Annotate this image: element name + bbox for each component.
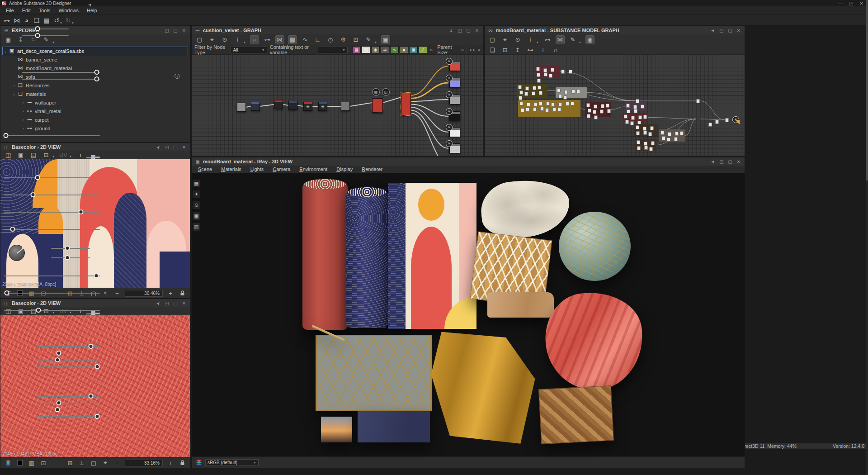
- model-node[interactable]: [519, 96, 522, 100]
- model-node[interactable]: [643, 127, 646, 131]
- channel-slider[interactable]: [37, 416, 100, 417]
- screenshot-icon[interactable]: ⊙: [514, 36, 522, 44]
- model-node[interactable]: [668, 132, 671, 136]
- pin-node-icon[interactable]: ↥: [514, 46, 522, 54]
- clean-icon-chevron[interactable]: ▼: [52, 41, 55, 45]
- model-node[interactable]: [649, 147, 653, 151]
- save-all-icon[interactable]: ▤: [42, 16, 51, 24]
- chip-levels[interactable]: ◆: [400, 46, 408, 53]
- menu-windows[interactable]: Windows: [54, 7, 83, 14]
- colorspace-select[interactable]: sRGB (default)▼: [205, 459, 259, 466]
- connect-icon[interactable]: ⊶: [526, 46, 534, 54]
- link-size-icon[interactable]: ⊶: [470, 47, 475, 53]
- model-node[interactable]: [571, 90, 575, 94]
- model-node[interactable]: [644, 142, 647, 146]
- tree-chevron[interactable]: ›: [20, 109, 26, 114]
- display-icon[interactable]: ▣: [193, 212, 200, 220]
- maximize-icon[interactable]: ▢: [172, 301, 179, 306]
- slider-thumb[interactable]: [10, 227, 15, 232]
- model-node[interactable]: [633, 105, 637, 109]
- slider-track[interactable]: [4, 212, 100, 213]
- slider-thumb[interactable]: [4, 133, 9, 138]
- uv-toggle[interactable]: UV: [59, 307, 67, 315]
- containing-input[interactable]: ▼: [318, 47, 348, 53]
- export-icon[interactable]: ⊡: [42, 151, 50, 159]
- magnet-icon[interactable]: ∩: [552, 46, 560, 54]
- maximize-icon[interactable]: ▢: [727, 28, 733, 33]
- new-from-template-icon[interactable]: ◕: [23, 16, 31, 24]
- model-node[interactable]: [540, 107, 544, 111]
- model-node[interactable]: [662, 136, 665, 140]
- slider-track[interactable]: [4, 229, 100, 230]
- chip-slope[interactable]: ╱: [419, 46, 427, 53]
- slider-track[interactable]: [22, 28, 69, 29]
- tree-item-vitrail-metal[interactable]: ›⊶vitrail_metal: [20, 107, 190, 115]
- tree-item-resources[interactable]: ›❏Resources: [11, 81, 190, 90]
- tree-item-carpet[interactable]: ›⊶carpet: [20, 115, 190, 124]
- light-icon[interactable]: ✦: [193, 190, 200, 198]
- channel-slider[interactable]: [37, 409, 100, 410]
- frame-all-icon[interactable]: ▢: [488, 36, 496, 44]
- clean-icon-chevron[interactable]: ▼: [374, 41, 377, 45]
- graph-view-icon[interactable]: ⋈: [276, 36, 284, 44]
- slider-thumb[interactable]: [5, 290, 9, 295]
- model-node[interactable]: [534, 102, 538, 106]
- model-node-group-1[interactable]: [517, 84, 547, 98]
- model-node[interactable]: [558, 102, 562, 106]
- model-node[interactable]: [626, 104, 630, 108]
- maximize-icon[interactable]: ▢: [465, 28, 472, 33]
- model-node[interactable]: [594, 104, 597, 109]
- model-node-group-5[interactable]: [625, 102, 647, 111]
- view3d-menu-camera[interactable]: Camera: [268, 166, 295, 172]
- model-node[interactable]: [571, 101, 574, 105]
- more-chips-chevron[interactable]: »: [430, 47, 433, 52]
- graph-node-doc[interactable]: [237, 103, 246, 112]
- slider-track[interactable]: [4, 293, 100, 294]
- model-node[interactable]: [551, 68, 554, 72]
- float-icon[interactable]: ◳: [164, 301, 170, 306]
- model-node[interactable]: [557, 107, 561, 111]
- slider-thumb[interactable]: [94, 70, 99, 75]
- scene-icon[interactable]: ▦: [193, 180, 200, 187]
- zoom-level-field[interactable]: 33.16%: [125, 460, 163, 466]
- node-display-button[interactable]: ◫: [382, 88, 390, 96]
- rotation-knob[interactable]: [9, 245, 25, 261]
- model-node[interactable]: [675, 132, 679, 136]
- model-node[interactable]: [644, 146, 648, 150]
- graph-node-pin-blue[interactable]: ✳: [318, 102, 327, 111]
- info-icon-chevron[interactable]: ▼: [243, 41, 246, 45]
- new-model-graph-icon[interactable]: ⋈: [13, 16, 21, 24]
- model-node[interactable]: [636, 131, 640, 135]
- graph-node-noise[interactable]: [341, 102, 350, 111]
- tree-chevron[interactable]: ›: [20, 126, 26, 131]
- info-icon[interactable]: i: [526, 36, 534, 44]
- model-node[interactable]: [518, 85, 522, 89]
- histogram-icon[interactable]: ▁▄▂: [89, 307, 97, 315]
- model-node[interactable]: [545, 108, 549, 112]
- model-node[interactable]: [521, 108, 524, 112]
- model-node[interactable]: [563, 95, 567, 100]
- menu-tools[interactable]: Tools: [35, 7, 55, 14]
- pan-icon[interactable]: ⌖: [101, 289, 109, 297]
- slider-thumb[interactable]: [35, 175, 40, 180]
- slider-track[interactable]: [4, 195, 100, 195]
- graph-node-sel-red[interactable]: [372, 98, 383, 113]
- model-node[interactable]: [631, 116, 635, 120]
- graph-canvas[interactable]: ✳✳▤◫✳✳✳✳✳✳✳: [192, 55, 483, 156]
- chip-transform[interactable]: ▣: [409, 46, 418, 53]
- redo-icon-chevron[interactable]: ▼: [71, 22, 74, 25]
- slider-thumb[interactable]: [36, 308, 41, 313]
- view3d-menu-scene[interactable]: Scene: [193, 166, 217, 172]
- histogram-icon[interactable]: ▁▄▂: [89, 151, 97, 159]
- color-profile-icon[interactable]: ⊡: [39, 459, 47, 467]
- view2d2-canvas[interactable]: 2048 x 2048 [RGBA, 16bpc]: [0, 315, 190, 457]
- lock-zoom-icon[interactable]: [178, 459, 186, 467]
- compare-icon[interactable]: ◫: [4, 307, 12, 315]
- info-icon-chevron[interactable]: ▼: [536, 41, 539, 45]
- model-node[interactable]: [641, 104, 644, 109]
- slider-track[interactable]: [22, 35, 69, 36]
- close-icon[interactable]: ✕: [181, 28, 187, 33]
- model-node-group-0[interactable]: [535, 66, 560, 78]
- save-image-icon[interactable]: ▣: [17, 307, 25, 315]
- model-node[interactable]: [600, 109, 604, 114]
